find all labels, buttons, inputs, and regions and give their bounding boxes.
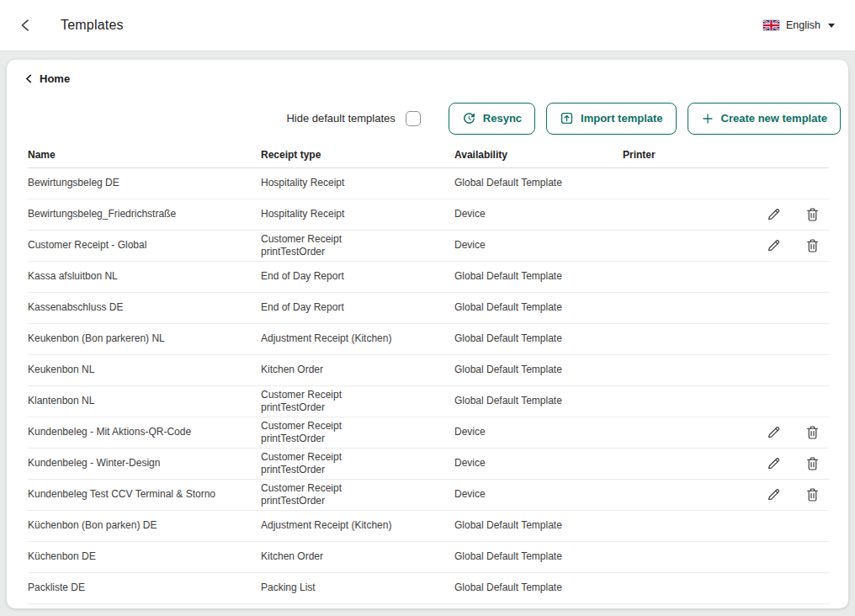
create-new-template-button[interactable]: Create new template [688, 103, 841, 135]
row-actions [765, 486, 829, 503]
toolbar: Hide default templates Resync Import tem… [7, 103, 848, 135]
column-header-availability: Availability [454, 149, 623, 161]
edit-template-button[interactable] [765, 206, 782, 223]
cell-receipt-type: Hospitality Receipt [261, 208, 454, 220]
import-template-button-label: Import template [581, 112, 663, 125]
cell-receipt-type: Kitchen Order [261, 550, 454, 563]
edit-template-button[interactable] [765, 486, 782, 503]
back-button[interactable] [15, 14, 37, 36]
table-row: Küchenbon (Bon parken) DEAdjustment Rece… [28, 511, 829, 542]
top-bar: Templates English [0, 0, 855, 51]
cell-receipt-type: Adjustment Receipt (Kitchen) [261, 332, 454, 345]
table-header-row: Name Receipt type Availability Printer [28, 143, 829, 168]
chevron-left-icon [24, 73, 35, 84]
cell-receipt-type: Packing List [261, 581, 454, 594]
cell-receipt-type: Hospitality Receipt [261, 177, 454, 189]
table-row: Kundenbeleg - Winter-DesignCustomer Rece… [28, 449, 829, 480]
cell-name: Bewirtungsbeleg_Friedrichstraße [28, 208, 261, 220]
column-header-name: Name [28, 149, 261, 161]
cell-name: Küchenbon DE [28, 550, 261, 563]
chevron-down-icon [828, 24, 835, 28]
pencil-icon [766, 486, 782, 502]
table-row: Keukenbon NLKitchen OrderGlobal Default … [28, 355, 829, 386]
cell-availability: Global Default Template [454, 364, 623, 376]
table-row: Kundenbeleg - Mit Aktions-QR-CodeCustome… [28, 417, 829, 449]
cell-receipt-type: Kitchen Order [261, 364, 454, 376]
table-row: Bewirtungsbeleg DEHospitality ReceiptGlo… [28, 168, 829, 199]
breadcrumb-home-link[interactable]: Home [24, 72, 70, 85]
table-row: Kassa afsluitbon NLEnd of Day ReportGlob… [28, 262, 829, 293]
cell-receipt-type: Customer Receipt printTestOrder [261, 233, 454, 258]
edit-template-button[interactable] [765, 237, 782, 254]
cell-receipt-type: Customer Receipt printTestOrder [261, 389, 454, 414]
table-row: Kundenbeleg Test CCV Terminal & StornoCu… [28, 480, 829, 511]
delete-template-button[interactable] [804, 206, 820, 223]
hide-default-templates-checkbox[interactable] [406, 111, 421, 126]
language-selector[interactable]: English [762, 19, 835, 31]
cell-name: Klantenbon NL [28, 395, 261, 407]
cell-name: Packliste DE [28, 581, 261, 594]
pencil-icon [766, 206, 782, 222]
resync-clock-arrow-icon [462, 111, 476, 125]
language-label: English [786, 19, 820, 31]
table-row: Customer Receipt - GlobalCustomer Receip… [28, 231, 829, 262]
delete-template-button[interactable] [804, 424, 820, 441]
cell-availability: Global Default Template [454, 581, 623, 594]
cell-name: Kassenabschluss DE [28, 301, 261, 314]
hide-default-templates-label: Hide default templates [286, 112, 395, 125]
trash-icon [805, 424, 820, 440]
chevron-left-icon [18, 17, 35, 34]
delete-template-button[interactable] [804, 455, 820, 472]
cell-availability: Device [454, 426, 623, 438]
pencil-icon [766, 237, 782, 253]
trash-icon [805, 455, 820, 471]
uk-flag-icon [762, 19, 780, 31]
cell-receipt-type: Adjustment Receipt (Kitchen) [261, 519, 454, 532]
delete-template-button[interactable] [804, 486, 820, 503]
breadcrumb-home-label: Home [40, 72, 70, 85]
cell-receipt-type: End of Day Report [261, 270, 454, 283]
pencil-icon [766, 424, 782, 440]
cell-availability: Global Default Template [454, 550, 623, 563]
cell-availability: Device [454, 457, 623, 470]
cell-receipt-type: End of Day Report [261, 301, 454, 314]
table-row: Packliste DEPacking ListGlobal Default T… [28, 573, 829, 604]
delete-template-button[interactable] [804, 237, 820, 254]
cell-name: Kassa afsluitbon NL [28, 270, 261, 283]
cell-receipt-type: Customer Receipt printTestOrder [261, 482, 454, 507]
upload-box-icon [560, 111, 574, 125]
column-header-receipt-type: Receipt type [261, 149, 454, 161]
edit-template-button[interactable] [765, 424, 782, 441]
page-title: Templates [61, 18, 124, 33]
cell-name: Bewirtungsbeleg DE [28, 177, 261, 189]
cell-name: Küchenbon (Bon parken) DE [28, 519, 261, 532]
table-row: Kassenabschluss DEEnd of Day ReportGloba… [28, 293, 829, 324]
row-actions [765, 237, 829, 254]
cell-availability: Global Default Template [454, 270, 623, 283]
table-row: Bewirtungsbeleg_FriedrichstraßeHospitali… [28, 199, 829, 231]
edit-template-button[interactable] [765, 455, 782, 472]
templates-table: Name Receipt type Availability Printer B… [7, 143, 848, 604]
cell-availability: Global Default Template [454, 177, 623, 189]
cell-name: Keukenbon NL [28, 364, 261, 376]
templates-card: Home Hide default templates Resync Impor… [7, 60, 848, 608]
trash-icon [805, 206, 820, 222]
cell-name: Keukenbon (Bon parkeren) NL [28, 332, 261, 345]
row-actions [765, 424, 829, 441]
cell-availability: Global Default Template [454, 519, 623, 532]
trash-icon [805, 237, 820, 253]
table-row: Küchenbon DEKitchen OrderGlobal Default … [28, 542, 829, 573]
row-actions [765, 206, 829, 223]
row-actions [765, 455, 829, 472]
table-row: Klantenbon NLCustomer Receipt printTestO… [28, 386, 829, 417]
table-row: Keukenbon (Bon parkeren) NLAdjustment Re… [28, 324, 829, 355]
import-template-button[interactable]: Import template [546, 103, 677, 135]
trash-icon [805, 486, 820, 502]
cell-receipt-type: Customer Receipt printTestOrder [261, 451, 454, 476]
pencil-icon [766, 455, 782, 471]
cell-availability: Global Default Template [454, 395, 623, 407]
cell-receipt-type: Customer Receipt printTestOrder [261, 420, 454, 445]
table-body: Bewirtungsbeleg DEHospitality ReceiptGlo… [28, 168, 829, 604]
cell-availability: Device [454, 488, 623, 501]
resync-button[interactable]: Resync [449, 103, 535, 135]
